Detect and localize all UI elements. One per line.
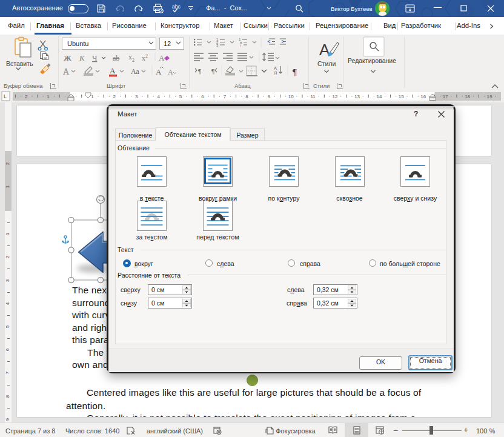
svg-text:A: A (159, 53, 165, 62)
svg-text:A: A (168, 68, 173, 76)
svg-text:3: 3 (135, 94, 138, 99)
svg-text:Редактирование: Редактирование (348, 57, 396, 64)
svg-text:¶: ¶ (211, 67, 214, 75)
svg-text:8: 8 (245, 94, 248, 99)
svg-text:19: 19 (487, 94, 492, 99)
svg-text:6: 6 (201, 94, 204, 99)
svg-text:1: 1 (91, 94, 94, 99)
svg-text:abc: abc (172, 4, 181, 10)
svg-text:14: 14 (376, 94, 382, 99)
svg-text:2: 2 (25, 94, 28, 99)
svg-text:¶: ¶ (293, 67, 297, 77)
svg-text:Аа: Аа (131, 67, 140, 76)
svg-text:16: 16 (420, 94, 426, 99)
svg-text:18: 18 (465, 94, 470, 99)
svg-text:9: 9 (268, 94, 271, 99)
svg-text:4: 4 (157, 94, 160, 99)
svg-text:A: A (63, 67, 70, 76)
svg-text:17: 17 (443, 94, 448, 99)
svg-text:A: A (110, 66, 116, 75)
svg-text:ab: ab (113, 54, 119, 62)
svg-text:7: 7 (224, 94, 227, 99)
svg-text:¶: ¶ (198, 67, 201, 75)
svg-text:10: 10 (288, 94, 294, 99)
svg-text:Ч: Ч (92, 53, 98, 62)
svg-text:2: 2 (113, 94, 116, 99)
svg-text:i: i (240, 44, 240, 47)
svg-text:5: 5 (179, 94, 182, 99)
svg-text:3: 3 (216, 44, 219, 47)
svg-text:2: 2 (132, 58, 134, 63)
svg-text:К: К (79, 53, 85, 62)
svg-text:Стили: Стили (317, 60, 336, 67)
svg-text:11: 11 (310, 94, 316, 99)
svg-text:L: L (4, 93, 7, 99)
svg-text:15: 15 (399, 94, 404, 99)
svg-text:Я: Я (274, 70, 277, 76)
svg-text:12: 12 (333, 94, 338, 99)
svg-text:A: A (156, 67, 162, 76)
svg-text:13: 13 (354, 94, 360, 99)
svg-text:2: 2 (145, 53, 148, 59)
svg-text:Ж: Ж (64, 53, 71, 62)
svg-text:1: 1 (47, 94, 50, 99)
